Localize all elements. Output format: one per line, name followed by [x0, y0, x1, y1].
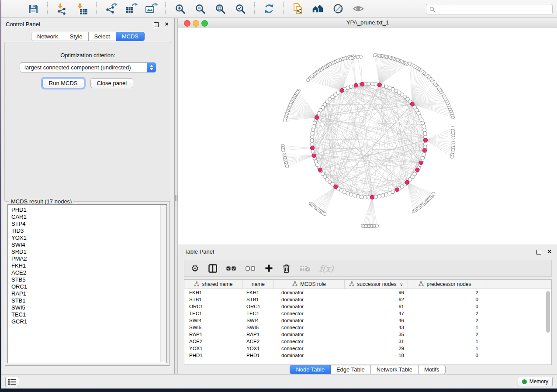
table-cell-pred[interactable]: 1	[408, 338, 482, 345]
column-header-shared-name[interactable]: shared name	[184, 280, 243, 289]
network-node[interactable]	[346, 86, 349, 89]
network-leaf-node[interactable]	[323, 212, 326, 216]
network-leaf-node[interactable]	[375, 224, 379, 227]
table-cell-pred[interactable]: 1	[408, 345, 482, 352]
tab-style[interactable]: Style	[64, 32, 89, 41]
table-cell-succ[interactable]: 96	[345, 289, 408, 296]
table-row[interactable]: SWI5SWI5connector431	[184, 324, 551, 331]
network-node[interactable]	[374, 83, 377, 86]
table-cell-role[interactable]: dominator	[274, 296, 345, 303]
network-node[interactable]	[311, 128, 315, 132]
network-node[interactable]	[346, 192, 349, 195]
network-node[interactable]	[312, 125, 315, 128]
column-header-MCDS-role[interactable]: MCDS role	[274, 280, 345, 289]
mcds-node[interactable]	[318, 168, 322, 172]
mcds-node[interactable]	[311, 146, 315, 150]
table-cell-name[interactable]: RAP1	[243, 331, 274, 338]
table-row[interactable]: SWI4SWI4dominator462	[184, 317, 551, 324]
network-leaf-node[interactable]	[408, 62, 412, 65]
network-node[interactable]	[310, 139, 314, 142]
network-node[interactable]	[353, 194, 356, 197]
table-cell-name[interactable]: FKH1	[243, 289, 274, 296]
mcds-result-item[interactable]: PHD1	[11, 206, 166, 213]
export-image-button[interactable]	[144, 2, 159, 15]
table-row[interactable]: FKH1FKH1dominator962	[184, 289, 551, 296]
import-network-button[interactable]	[55, 2, 69, 15]
tab-network-table[interactable]: Network Table	[371, 365, 419, 374]
table-cell-pred[interactable]: 2	[408, 331, 482, 338]
unselect-all-columns-button[interactable]	[246, 266, 256, 271]
table-cell-succ[interactable]: 29	[345, 345, 408, 352]
mcds-result-item[interactable]: FKH1	[11, 262, 166, 269]
mcds-node[interactable]	[340, 89, 344, 93]
minimize-window-button[interactable]	[193, 20, 199, 27]
table-cell-pred[interactable]: 2	[408, 317, 482, 324]
table-cell-name[interactable]: ORC1	[243, 303, 274, 310]
table-cell-succ[interactable]: 18	[345, 352, 408, 359]
network-node[interactable]	[363, 196, 367, 199]
network-leaf-node[interactable]	[282, 149, 285, 152]
column-header-predecessor-nodes[interactable]: predecessor nodes	[408, 280, 482, 289]
close-window-button[interactable]	[184, 20, 190, 27]
network-node[interactable]	[384, 85, 388, 88]
table-cell-name[interactable]: STB1	[243, 296, 274, 303]
table-cell-shared[interactable]: RAP1	[184, 331, 243, 338]
show-columns-button[interactable]	[208, 264, 217, 273]
table-cell-role[interactable]: dominator	[274, 331, 345, 338]
result-scrollbar[interactable]	[160, 205, 166, 362]
network-node[interactable]	[423, 132, 427, 135]
column-header-name[interactable]: name	[243, 280, 274, 289]
float-panel-icon[interactable]	[154, 22, 159, 27]
network-graph[interactable]	[178, 28, 557, 244]
panel-splitter[interactable]	[175, 18, 178, 375]
mcds-node[interactable]	[423, 138, 427, 142]
table-scrollbar-thumb[interactable]	[546, 291, 550, 333]
export-table-button[interactable]	[124, 2, 138, 15]
mcds-result-item[interactable]: RAP1	[11, 290, 166, 297]
network-node[interactable]	[311, 132, 314, 135]
zoom-fit-button[interactable]	[213, 2, 228, 15]
mcds-node[interactable]	[360, 82, 364, 86]
network-node[interactable]	[343, 190, 346, 194]
network-node[interactable]	[421, 121, 425, 125]
mcds-result-item[interactable]: SWI5	[11, 304, 166, 311]
table-row[interactable]: ACE2ACE2connector311	[184, 338, 551, 345]
network-node[interactable]	[422, 125, 426, 128]
table-cell-succ[interactable]: 43	[345, 324, 408, 331]
table-cell-succ[interactable]: 61	[345, 303, 408, 310]
show-graphics-details-button[interactable]	[351, 2, 366, 15]
delete-columns-button[interactable]	[282, 264, 291, 273]
network-canvas[interactable]	[178, 28, 557, 244]
table-cell-name[interactable]: ACE2	[243, 338, 274, 345]
export-network-button[interactable]	[104, 2, 118, 15]
table-cell-role[interactable]: connector	[274, 338, 345, 345]
float-table-panel-icon[interactable]	[536, 250, 541, 254]
mcds-result-item[interactable]: ACE2	[11, 269, 166, 276]
close-panel-button[interactable]: Close panel	[90, 78, 134, 88]
zoom-selected-button[interactable]	[233, 2, 248, 15]
table-cell-shared[interactable]: SWI5	[184, 324, 243, 331]
create-column-button[interactable]	[265, 264, 273, 272]
mcds-node[interactable]	[405, 180, 409, 184]
table-cell-role[interactable]: dominator	[274, 289, 345, 296]
mcds-node[interactable]	[410, 102, 414, 106]
table-cell-name[interactable]: PHD1	[243, 352, 274, 359]
mcds-node[interactable]	[422, 148, 426, 152]
table-row[interactable]: PHD1PHD1dominator180	[184, 352, 551, 359]
table-cell-succ[interactable]: 46	[345, 317, 408, 324]
network-leaf-node[interactable]	[356, 55, 360, 59]
network-node[interactable]	[370, 82, 374, 86]
network-node[interactable]	[314, 160, 318, 163]
network-leaf-node[interactable]	[284, 119, 287, 122]
network-node[interactable]	[374, 195, 377, 199]
tab-motifs[interactable]: Motifs	[419, 365, 446, 374]
table-row[interactable]: RAP1RAP1dominator352	[184, 331, 551, 338]
search-input[interactable]	[435, 5, 552, 13]
mcds-result-item[interactable]: STB1	[11, 297, 166, 304]
network-node[interactable]	[377, 195, 381, 198]
table-row[interactable]: STB1STB1dominator620	[184, 296, 551, 303]
mcds-result-item[interactable]: GCR1	[11, 318, 166, 325]
import-table-button[interactable]	[75, 2, 90, 15]
network-node[interactable]	[360, 195, 363, 199]
maximize-window-button[interactable]	[201, 20, 208, 27]
